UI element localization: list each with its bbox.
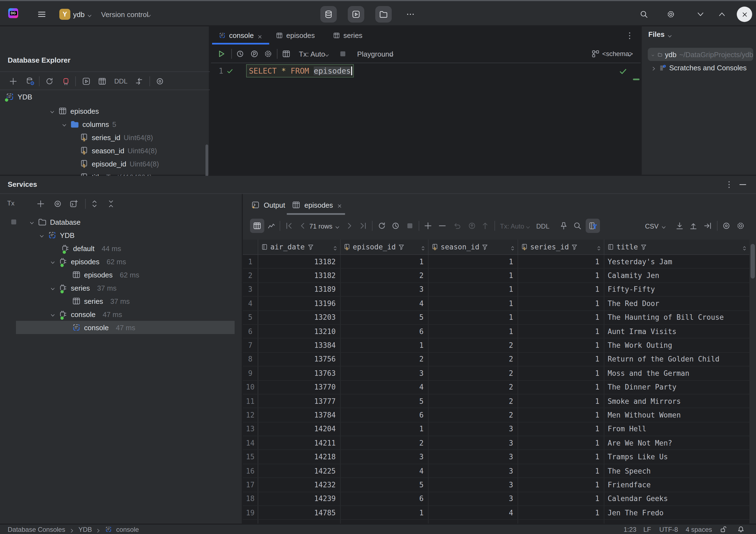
cell[interactable]: 1 — [518, 255, 604, 268]
chevron-down-icon[interactable] — [50, 259, 56, 264]
settings-gear-icon[interactable] — [264, 49, 273, 58]
cell[interactable]: 14239 — [258, 492, 341, 505]
cell[interactable]: Calendar Geeks — [604, 492, 749, 505]
cell[interactable]: 14232 — [258, 478, 341, 492]
table-row[interactable]: 413196411The Red Door — [243, 297, 749, 311]
cell[interactable]: 2 — [429, 366, 518, 380]
database-tool-button[interactable] — [320, 6, 337, 22]
ddl-button[interactable]: DDL — [536, 223, 550, 230]
services-node-episodes[interactable]: episodes 62 ms — [50, 255, 126, 268]
table-row[interactable]: 113182111Yesterday's Jam — [243, 255, 749, 269]
chevron-down-icon[interactable] — [50, 285, 56, 291]
files-node-scratches[interactable]: Scratches and Consoles — [651, 61, 747, 74]
view-options-icon[interactable] — [722, 221, 731, 230]
cell[interactable]: 1 — [518, 283, 604, 296]
more-tools-icon[interactable] — [406, 10, 415, 19]
cell[interactable]: 14218 — [258, 450, 341, 464]
filter-button[interactable] — [586, 219, 600, 233]
cell[interactable]: 14225 — [258, 464, 341, 478]
auto-refresh-icon[interactable] — [391, 221, 400, 230]
explorer-node-episodes[interactable]: episodes — [49, 104, 99, 118]
cell[interactable]: 3 — [341, 366, 429, 380]
column-header-episode-id[interactable]: episode_id — [341, 240, 429, 254]
export-to-icon[interactable] — [703, 221, 712, 230]
stop-process-icon[interactable] — [9, 218, 18, 227]
filter-funnel-icon[interactable] — [640, 243, 647, 251]
cell[interactable]: 4 — [429, 520, 518, 523]
cell[interactable]: 1 — [518, 464, 604, 478]
cell[interactable]: 1 — [518, 366, 604, 380]
tx-mode-select[interactable]: Tx: Auto — [299, 50, 325, 58]
sort-icon[interactable] — [742, 244, 747, 250]
breadcrumb-item[interactable]: Database Consoles — [8, 525, 65, 533]
table-row[interactable]: 313189311Fifty-Fifty — [243, 283, 749, 297]
cell[interactable]: 1 — [341, 506, 429, 520]
jump-to-console-icon[interactable] — [82, 77, 91, 86]
cell[interactable]: 1 — [341, 422, 429, 436]
close-tab-icon[interactable] — [337, 202, 342, 208]
services-node-default[interactable]: default 44 ms — [61, 242, 121, 255]
table-row[interactable]: 813756221Return of the Golden Child — [243, 352, 749, 366]
table-row[interactable]: 613210611Aunt Irma Visits — [243, 325, 749, 339]
line-separator[interactable]: LF — [643, 526, 651, 533]
table-row[interactable]: 1914785141Jen The Fredo — [243, 506, 749, 520]
cell[interactable]: Men Without Women — [604, 409, 749, 422]
chevron-down-icon[interactable] — [324, 52, 330, 57]
cell[interactable]: The Work Outing — [604, 339, 749, 352]
cell[interactable]: 13756 — [258, 352, 341, 366]
chevron-down-icon[interactable] — [62, 121, 67, 127]
import-export-icon[interactable] — [135, 77, 144, 86]
cell[interactable]: 13784 — [258, 409, 341, 422]
cell[interactable]: 2 — [429, 352, 518, 366]
cell[interactable]: 13210 — [258, 325, 341, 338]
row-count-select[interactable]: 71 rows — [309, 223, 333, 230]
services-options-kebab-icon[interactable] — [725, 180, 734, 189]
cell[interactable]: 1 — [429, 283, 518, 296]
chevron-down-icon[interactable] — [651, 52, 655, 57]
cell[interactable]: 6 — [341, 492, 429, 505]
cell[interactable]: 3 — [429, 478, 518, 492]
cell[interactable]: 1 — [341, 339, 429, 352]
export-format-select[interactable]: CSV — [645, 223, 659, 230]
services-node-series-table[interactable]: series 37 ms — [72, 294, 130, 307]
project-avatar[interactable]: Y — [59, 9, 70, 20]
export-download-icon[interactable] — [675, 221, 684, 230]
files-title-chevron-icon[interactable] — [667, 32, 672, 38]
main-menu-icon[interactable] — [37, 10, 46, 19]
cell[interactable]: 13189 — [258, 283, 341, 296]
cell[interactable]: Tramps Like Us — [604, 450, 749, 464]
chevron-down-icon[interactable] — [627, 52, 633, 57]
column-header-air-date[interactable]: air_date — [258, 240, 341, 254]
cell[interactable]: 5 — [341, 478, 429, 492]
cell[interactable]: Jen The Fredo — [604, 506, 749, 520]
cell[interactable]: 3 — [429, 422, 518, 436]
cell[interactable]: 1 — [429, 297, 518, 310]
cell[interactable]: 14211 — [258, 436, 341, 450]
view-options-icon[interactable] — [155, 77, 164, 86]
last-page-icon[interactable] — [359, 221, 367, 230]
inspection-ok-icon[interactable] — [619, 67, 628, 76]
collapse-all-icon[interactable] — [107, 200, 115, 208]
cell[interactable]: 1 — [518, 394, 604, 408]
cell[interactable]: 13770 — [258, 381, 341, 394]
cell[interactable]: 13384 — [258, 339, 341, 352]
explorer-column-series-id[interactable]: series_id Uint64(8) — [80, 131, 153, 144]
grid-scrollbar[interactable] — [750, 244, 755, 279]
search-icon[interactable] — [639, 10, 648, 19]
filter-funnel-icon[interactable] — [307, 243, 314, 251]
window-close-button[interactable] — [737, 7, 752, 22]
read-write-lock-icon[interactable] — [720, 526, 727, 533]
datasource-properties-icon[interactable] — [26, 77, 35, 86]
previous-page-icon[interactable] — [298, 221, 307, 230]
cell[interactable]: 4 — [341, 297, 429, 310]
sort-icon[interactable] — [510, 244, 515, 250]
services-node-ydb[interactable]: YDB — [39, 228, 74, 242]
cell[interactable]: 2 — [341, 352, 429, 366]
table-row[interactable]: 1213784621Men Without Women — [243, 409, 749, 422]
cell[interactable]: 1 — [518, 478, 604, 492]
project-chevron-icon[interactable] — [87, 12, 92, 17]
file-encoding[interactable]: UTF-8 — [659, 526, 678, 533]
cell[interactable]: 5 — [341, 311, 429, 324]
cell[interactable]: 1 — [518, 297, 604, 310]
chevron-down-icon[interactable] — [335, 224, 340, 229]
